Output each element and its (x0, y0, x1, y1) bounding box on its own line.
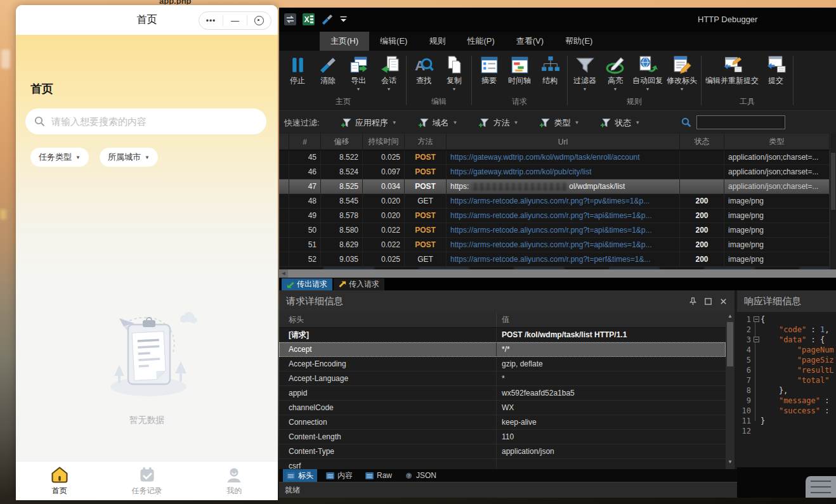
ribbon-button-timeline[interactable]: 时间轴 (504, 53, 535, 87)
cell-num: 46 (289, 165, 321, 179)
column-header-value[interactable]: 值 (497, 312, 726, 327)
ribbon-button-session[interactable]: 会话▼ (374, 53, 404, 93)
quick-filter-type[interactable]: 类型▼ (539, 117, 579, 129)
request-row-45[interactable]: 458.5220.025POSThttps://gateway.wdtrip.c… (279, 150, 830, 165)
fold-minus-icon[interactable] (752, 314, 761, 325)
header-name: channelCode (279, 401, 497, 415)
headers-table-header: 标头 值 (279, 312, 726, 328)
scrollbar-thumb[interactable] (727, 322, 733, 366)
ribbon-group-buttons: 停止清除导出▼会话▼ (282, 53, 404, 94)
view-tab-headers[interactable]: 标头 (283, 469, 317, 482)
minimize-icon[interactable] (223, 12, 247, 29)
scroll-down-arrow-icon[interactable]: ▼ (726, 458, 735, 467)
brush-icon[interactable] (321, 13, 333, 25)
code-text: "code" : 1, (761, 325, 836, 335)
menu-tab-edit[interactable]: 编辑(E) (369, 32, 418, 51)
home-icon (50, 465, 69, 484)
header-row-8[interactable]: Content-Typeapplication/json (279, 444, 726, 459)
header-row-6[interactable]: Connectionkeep-alive (279, 415, 726, 430)
ribbon-button-submit[interactable]: 提交 (761, 53, 791, 87)
stream-tab-outgoing[interactable]: 传出请求 (282, 278, 332, 290)
detail-view-tabs: 标头内容Raw?JSON (279, 469, 738, 482)
header-row-9[interactable]: csrf (279, 459, 726, 469)
search-box[interactable] (25, 108, 266, 134)
menu-tab-rules[interactable]: 规则 (418, 32, 456, 51)
request-row-49[interactable]: 498.5780.020POSThttps://arms-retcode.ali… (279, 209, 830, 223)
header-row-5[interactable]: channelCodeWX (279, 401, 726, 415)
request-row-52[interactable]: 529.0350.025GEThttps://arms-retcode.aliy… (279, 252, 830, 267)
ribbon-button-export[interactable]: 导出▼ (343, 53, 374, 93)
menu-tab-help[interactable]: 帮助(E) (554, 32, 603, 51)
header-row-1[interactable]: Accept*/* (279, 342, 726, 357)
request-table-horizontal-scrollbar[interactable] (279, 269, 836, 278)
request-row-50[interactable]: 508.5800.022POSThttps://arms-retcode.ali… (279, 223, 830, 238)
close-icon[interactable] (719, 297, 728, 306)
tabbar-item-home[interactable]: 首页 (16, 462, 103, 500)
column-header-status[interactable]: 状态 (680, 134, 724, 150)
ribbon-group-4: 编辑并重新提交提交工具 (703, 51, 792, 110)
column-header-type[interactable]: 类型 (724, 134, 830, 150)
menu-tab-view[interactable]: 查看(V) (506, 32, 554, 51)
column-header-offset[interactable]: 偏移 (321, 134, 363, 150)
menu-tab-home[interactable]: 主页(H) (320, 32, 369, 51)
menu-tab-performance[interactable]: 性能(P) (456, 32, 505, 51)
headers-vertical-scrollbar[interactable]: ▲ ▼ (726, 312, 735, 469)
request-table-vertical-scrollbar[interactable] (830, 134, 836, 269)
view-tab-raw[interactable]: Raw (362, 470, 396, 481)
scroll-left-arrow-icon[interactable] (279, 269, 288, 278)
request-row-48[interactable]: 488.5450.020GEThttps://arms-retcode.aliy… (279, 194, 830, 209)
stream-tab-incoming[interactable]: 传入请求 (334, 278, 384, 290)
column-header-method[interactable]: 方法 (405, 134, 447, 150)
ribbon-button-copy[interactable]: 复制▼ (439, 53, 469, 93)
ribbon-button-modify-headers[interactable]: 修改标头▼ (665, 53, 699, 93)
capsule-exit-icon[interactable] (247, 12, 271, 29)
tabbar-item-task-record[interactable]: 任务记录 (103, 462, 191, 500)
header-row-3[interactable]: Accept-Language* (279, 372, 726, 386)
filter-pill-0[interactable]: 任务类型▼ (30, 148, 89, 167)
ribbon-button-filter[interactable]: 过滤器▼ (570, 53, 600, 93)
header-row-2[interactable]: Accept-Encodinggzip, deflate (279, 357, 726, 372)
scroll-up-arrow-icon[interactable]: ▲ (726, 312, 735, 321)
ribbon-button-edit-resubmit[interactable]: 编辑并重新提交 (703, 53, 761, 87)
view-tab-content[interactable]: 内容 (322, 469, 356, 482)
column-header-duration[interactable]: 持续时间 (363, 134, 405, 150)
column-header-name[interactable]: 标头 (279, 312, 497, 327)
ribbon-button-clear[interactable]: 清除 (313, 53, 343, 87)
filter-pill-label: 所属城市 (108, 152, 141, 163)
ribbon-button-auto-reply[interactable]: 自动回复▼ (630, 53, 665, 93)
ribbon-button-label: 时间轴 (508, 75, 531, 86)
tabbar-item-profile[interactable]: 我的 (190, 462, 278, 500)
ribbon-button-structure[interactable]: 结构 (535, 53, 565, 87)
search-input[interactable] (50, 115, 258, 127)
view-tab-json[interactable]: ?JSON (401, 470, 440, 481)
excel-export-icon[interactable]: X (303, 13, 315, 25)
request-row-46[interactable]: 468.5240.097POSThttps://gateway.wdtrip.c… (279, 165, 830, 179)
quick-filter-method[interactable]: 方法▼ (478, 117, 518, 129)
more-icon[interactable] (199, 12, 223, 29)
quick-filter-domain[interactable]: 域名▼ (418, 117, 458, 129)
swap-arrows-icon[interactable] (284, 13, 296, 25)
pin-icon[interactable] (689, 297, 697, 306)
header-row-7[interactable]: Content-Length110 (279, 430, 726, 444)
profile-icon (225, 465, 244, 484)
request-row-47[interactable]: 478.5250.034POSThttps:ol/wdmp/task/lista… (279, 179, 830, 194)
ribbon-button-find[interactable]: A查找 (408, 53, 439, 87)
quick-filter-search-input[interactable] (696, 115, 785, 129)
header-row-4[interactable]: appidwx592feaafd52a1ba5 (279, 386, 726, 401)
code-line: 7 "total" (737, 375, 836, 385)
fold-minus-icon[interactable] (752, 335, 761, 345)
header-row-0[interactable]: [请求]POST /kol/wdmp/task/list HTTP/1.1 (279, 328, 726, 342)
ribbon-button-summary[interactable]: 摘要 (474, 53, 504, 87)
quick-filter-status[interactable]: 状态▼ (600, 117, 640, 129)
ribbon-button-stop[interactable]: 停止 (282, 53, 313, 87)
ribbon-button-highlight[interactable]: 高亮▼ (600, 53, 630, 93)
ribbon-button-label: 结构 (542, 75, 558, 86)
column-header-num[interactable]: # (289, 134, 321, 150)
request-row-51[interactable]: 518.6290.022POSThttps://arms-retcode.ali… (279, 238, 830, 252)
toolbar-dropdown-icon[interactable] (339, 16, 348, 23)
chevron-down-icon: ▼ (392, 120, 397, 126)
maximize-icon[interactable] (704, 297, 712, 306)
filter-pill-1[interactable]: 所属城市▼ (100, 148, 158, 167)
quick-filter-application[interactable]: 应用程序▼ (341, 117, 397, 129)
column-header-url[interactable]: Url (447, 134, 680, 150)
